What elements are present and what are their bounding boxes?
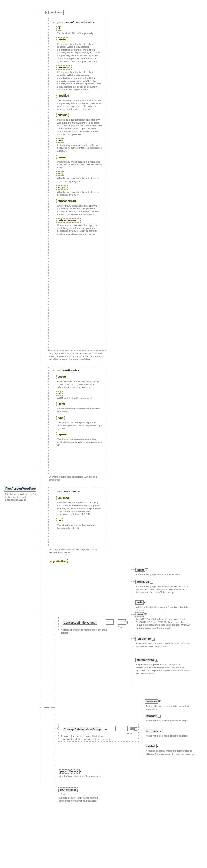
plus-icon[interactable]: + <box>155 659 158 662</box>
element-related: related+ <box>145 744 157 748</box>
plus-icon[interactable]: + <box>156 745 159 748</box>
attr-why: why <box>56 172 64 176</box>
attr-desc: Indicates by which means the value was e… <box>57 144 102 153</box>
attr-literal: literal <box>56 402 66 406</box>
connector <box>131 569 131 687</box>
plus-icon[interactable]: + <box>158 700 161 703</box>
attr-uri: uri <box>56 391 62 396</box>
element-facet: facet+ <box>135 612 144 617</box>
type-name: FlexPersonPropType <box>4 486 35 491</box>
attr-xml-lang: xml:lang <box>56 496 70 500</box>
connector <box>36 489 40 489</box>
type-desc: Flexible person data type for both contr… <box>5 493 37 501</box>
attr-modified: modified <box>56 94 71 98</box>
grp-label: grp <box>57 21 61 24</box>
element-desc: In NAR 1.8 and later 'facet' is deprecat… <box>136 618 190 629</box>
connector <box>113 622 118 622</box>
element-desc: An identifier of a concept with equivale… <box>146 705 200 711</box>
attr-desc: One or many constraints that apply to pu… <box>57 205 102 216</box>
sequence-compositor: ⋯ <box>115 726 123 732</box>
attr-desc: One or many constraints that apply to pu… <box>57 224 102 235</box>
attr-desc: Indicates by which means the value was e… <box>57 160 102 169</box>
connector <box>55 771 58 771</box>
vertical-connector <box>40 12 41 790</box>
attr-how: how <box>56 138 64 143</box>
connector <box>40 12 43 12</box>
person-details-element: personDetails + <box>59 769 79 774</box>
group-title: flexAttributes <box>61 369 79 372</box>
plus-icon[interactable]: + <box>145 568 148 571</box>
element-definition: definition+ <box>135 580 150 584</box>
sequence-compositor: ⋯ <box>43 705 51 710</box>
element-sameAs: sameAs+ <box>145 699 158 704</box>
attr-desc: A concept identifier expressed as a stri… <box>57 380 102 389</box>
attr-howuri: howuri <box>56 155 68 159</box>
element-desc: Represents the position of a concept in … <box>136 663 190 675</box>
attr-desc: The type of the concept assigned as cont… <box>57 421 102 430</box>
plus-icon[interactable]: + <box>143 601 146 604</box>
group-title: ConceptDefinitionGroup <box>62 621 97 625</box>
connector <box>55 622 58 622</box>
i18n-attributes-group: ≡ grp i18nAttributes xml:langSpecifies t… <box>48 487 107 547</box>
element-remoteInfo: remoteInfo+ <box>135 637 152 641</box>
element-desc: Additional natural language information … <box>136 606 190 612</box>
attr-desc: If the property value is not defined, sp… <box>57 43 102 63</box>
element-desc: Extension point for provider-defined pro… <box>59 797 108 802</box>
element-note: note+ <box>135 600 144 604</box>
any-other-element: any: ##other <box>58 787 78 792</box>
element-desc: An identifier of a more generic concept. <box>146 719 200 722</box>
grp-icon: ≡ <box>52 21 55 24</box>
attr-desc: The type of the concept assigned as cont… <box>57 438 102 446</box>
attr-dir: dir <box>56 518 62 522</box>
attr-pubconstraint: pubconstraint <box>56 199 77 203</box>
group-title: i18nAttributes <box>61 490 80 493</box>
attr-desc: If set to true the corresponding propert… <box>57 118 102 136</box>
element-narrower: narrower+ <box>145 729 159 733</box>
element-desc: An identifier of a more specific concept… <box>146 735 200 738</box>
plus-icon[interactable]: + <box>134 727 137 731</box>
grp-icon: ≡ <box>52 369 55 372</box>
attr-icon: ≡ <box>45 11 49 14</box>
attributes-tab: ≡ attributes <box>43 10 64 15</box>
common-power-attributes-group: ≡ grp commonPowerAttributes idThe local … <box>48 18 107 351</box>
grp-label: grp <box>57 490 61 493</box>
attr-desc: If the property value is not defined, sp… <box>57 71 102 91</box>
element-hierarchyInfo: hierarchyInfo+ <box>135 658 155 662</box>
attr-qcode: qcode <box>56 375 67 379</box>
group-desc: A group of properties required to indica… <box>61 735 115 741</box>
element-desc: A link to an item or a web resource whic… <box>136 642 190 648</box>
any-label: any: <box>50 560 56 563</box>
plus-icon[interactable]: + <box>159 730 162 733</box>
plus-icon[interactable]: + <box>152 638 155 641</box>
flex-person-prop-type-node: FlexPersonPropType <box>4 486 36 492</box>
plus-icon[interactable]: + <box>125 621 128 624</box>
attr-typeuri: typeuri <box>56 432 68 436</box>
group-title: commonPowerAttributes <box>61 21 94 24</box>
grp-icon: ≡ <box>52 490 55 493</box>
attr-desc: Why the metadata has been included - exp… <box>57 191 102 196</box>
connector <box>40 708 43 708</box>
group-footer: A group of attributes associated with fl… <box>50 475 104 481</box>
connector <box>55 790 58 790</box>
attr-type: type <box>56 416 64 420</box>
choice-compositor: ⊟⊞+ <box>118 619 126 625</box>
attr-desc: A URI which identifies a concept. <box>57 397 102 400</box>
plus-icon[interactable]: + <box>150 581 153 584</box>
attr-desc: Specifies the language of this property … <box>57 501 102 516</box>
plus-icon[interactable]: + <box>157 715 160 718</box>
group-footer: A group of attributes for language and s… <box>50 548 104 554</box>
connector <box>128 622 131 622</box>
attr-desc: Why the metadata has been included - exp… <box>57 177 102 183</box>
element-desc: A natural language name for the concept. <box>136 573 190 576</box>
plus-icon[interactable]: + <box>79 770 82 773</box>
cardinality: 0..∞ <box>61 793 65 796</box>
group-title: ConceptRelationshipsGroup <box>62 727 102 732</box>
flex-attributes-group: ≡ grp flexAttributes qcodeA concept iden… <box>48 366 107 474</box>
group-desc: A group of properties required to define… <box>61 628 115 634</box>
cardinality: 0..∞ <box>128 732 132 735</box>
attr-desc: A concept identifier expressed as a free… <box>57 407 102 413</box>
diagram-canvas: FlexPersonPropType Flexible person data … <box>3 3 204 868</box>
element-broader: broader+ <box>145 714 158 718</box>
plus-icon[interactable]: + <box>144 613 147 616</box>
cardinality: 0..∞ <box>118 626 122 628</box>
